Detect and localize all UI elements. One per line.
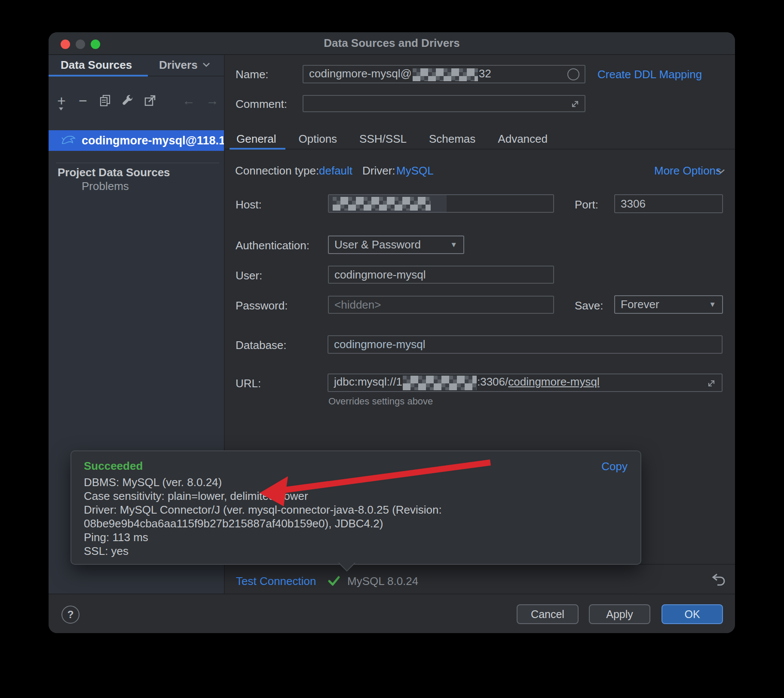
sidebar-item-selected-datasource[interactable]: codingmore-mysql@118.19 [49, 130, 225, 151]
tab-data-sources-label: Data Sources [61, 58, 132, 72]
save-select[interactable]: Forever ▼ [614, 295, 723, 314]
wrench-icon[interactable] [119, 92, 136, 109]
copy-link[interactable]: Copy [601, 460, 628, 473]
dropdown-caret-icon: ▼ [450, 241, 457, 249]
settings-tab-bar: General Options SSH/SSL Schemas Advanced [236, 129, 548, 149]
mysql-dolphin-icon [61, 133, 76, 148]
tab-drivers[interactable]: Drivers [159, 55, 211, 75]
connection-type-label: Connection type: [235, 164, 319, 178]
authentication-select[interactable]: User & Password ▼ [328, 236, 464, 254]
authentication-value: User & Password [334, 238, 421, 251]
tab-drivers-label: Drivers [159, 58, 198, 72]
host-label: Host: [236, 198, 262, 211]
help-button[interactable]: ? [61, 606, 80, 624]
comment-input[interactable] [303, 95, 585, 112]
result-line: 08be9e9b4cba6aa115f9b27b215887af40b159e0… [84, 517, 442, 530]
url-input[interactable]: jdbc:mysql://1:3306/codingmore-mysql [328, 373, 723, 392]
add-data-source-button[interactable]: + [53, 92, 70, 109]
save-value: Forever [621, 298, 659, 311]
driver-label: Driver: [362, 164, 395, 178]
duplicate-icon[interactable] [97, 92, 114, 109]
status-succeeded: Succeeded [84, 459, 442, 473]
password-label: Password: [236, 299, 288, 312]
create-ddl-mapping-link[interactable]: Create DDL Mapping [597, 68, 702, 81]
password-hidden-value: <hidden> [334, 298, 381, 312]
dropdown-caret-icon: ▼ [709, 300, 716, 309]
chevron-down-icon [59, 107, 63, 110]
chevron-down-icon [202, 62, 211, 68]
url-label: URL: [236, 377, 261, 390]
open-in-new-icon[interactable] [141, 92, 159, 109]
result-line: Driver: MySQL Connector/J (ver. mysql-co… [84, 503, 442, 517]
active-tab-underline [230, 148, 285, 150]
success-check-icon [327, 574, 341, 587]
connection-type-value-link[interactable]: default [319, 164, 352, 178]
comment-label: Comment: [236, 98, 287, 111]
undo-reset-icon[interactable] [711, 573, 726, 587]
sidebar-tab-row: Data Sources Drivers [49, 55, 224, 77]
result-line: SSL: yes [84, 544, 442, 558]
sidebar-item-label: codingmore-mysql@118.19 [82, 134, 225, 147]
redacted-host-pixelation [413, 68, 478, 81]
refresh-spinner-icon [567, 68, 579, 80]
remove-data-source-button[interactable]: − [74, 92, 92, 109]
user-label: User: [236, 269, 262, 282]
result-line: DBMS: MySQL (ver. 8.0.24) [84, 475, 442, 489]
popup-body: Succeeded DBMS: MySQL (ver. 8.0.24) Case… [84, 459, 442, 558]
redacted-host-pixelation [403, 376, 477, 390]
tab-separator [225, 149, 735, 150]
more-options-link[interactable]: More Options [654, 164, 721, 178]
port-value: 3306 [621, 197, 646, 211]
authentication-label: Authentication: [236, 239, 309, 252]
port-label: Port: [575, 198, 598, 211]
database-input[interactable]: codingmore-mysql [328, 335, 723, 354]
active-tab-underline [49, 75, 148, 77]
tab-data-sources[interactable]: Data Sources [61, 55, 132, 75]
port-input[interactable]: 3306 [614, 194, 723, 213]
screen: Data Sources and Drivers Data Sources Dr… [0, 0, 784, 698]
redacted-host-pixelation [333, 197, 431, 211]
dialog-titlebar[interactable]: Data Sources and Drivers [49, 32, 735, 55]
test-connection-link[interactable]: Test Connection [236, 575, 316, 588]
user-value: codingmore-mysql [334, 268, 426, 282]
tab-options[interactable]: Options [299, 132, 337, 146]
name-label: Name: [236, 68, 269, 81]
user-input[interactable]: codingmore-mysql [328, 266, 554, 284]
ok-button[interactable]: OK [662, 604, 723, 624]
chevron-down-icon [716, 168, 726, 174]
host-input[interactable] [328, 194, 554, 213]
expand-editor-icon[interactable] [570, 99, 580, 109]
tab-general[interactable]: General [236, 132, 276, 146]
url-database-link[interactable]: codingmore-mysql [508, 375, 599, 388]
tab-ssh-ssl[interactable]: SSH/SSL [359, 132, 407, 146]
password-input[interactable]: <hidden> [328, 296, 554, 314]
result-line: Ping: 113 ms [84, 530, 442, 544]
forward-arrow-icon[interactable]: → [204, 92, 221, 109]
sidebar-divider [56, 162, 219, 163]
dialog-title: Data Sources and Drivers [49, 32, 735, 54]
test-result-text: MySQL 8.0.24 [347, 575, 418, 588]
save-label: Save: [575, 299, 603, 312]
url-value: jdbc:mysql://1:3306/codingmore-mysql [334, 375, 600, 390]
cancel-button[interactable]: Cancel [517, 604, 579, 624]
sidebar-item-problems[interactable]: Problems [82, 180, 129, 193]
test-connection-result-popup: Succeeded DBMS: MySQL (ver. 8.0.24) Case… [70, 450, 641, 565]
database-label: Database: [236, 339, 287, 352]
apply-button[interactable]: Apply [589, 604, 650, 624]
database-value: codingmore-mysql [334, 338, 425, 351]
driver-value-link[interactable]: MySQL [396, 164, 434, 178]
name-input[interactable]: codingmore-mysql@32 [303, 65, 585, 83]
result-line: Case sensitivity: plain=lower, delimited… [84, 489, 442, 503]
project-data-sources-header: Project Data Sources [58, 166, 170, 179]
name-value: codingmore-mysql@32 [309, 67, 491, 81]
back-arrow-icon[interactable]: ← [180, 92, 197, 109]
tab-advanced[interactable]: Advanced [498, 132, 548, 146]
url-note: Overrides settings above [328, 396, 433, 407]
tab-schemas[interactable]: Schemas [429, 132, 475, 146]
expand-editor-icon[interactable] [706, 378, 717, 389]
